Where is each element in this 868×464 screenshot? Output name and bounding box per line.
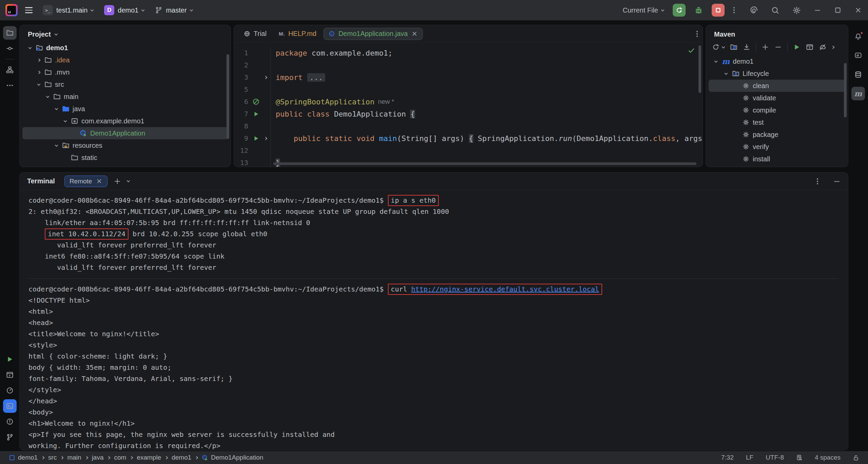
sidebar-item-terminal[interactable] [3, 399, 17, 413]
search-everywhere-icon[interactable] [771, 6, 780, 15]
project-tree-item[interactable]: demo1 [22, 42, 228, 54]
sidebar-item-problems[interactable] [3, 415, 17, 428]
chevron-right-icon[interactable] [37, 70, 40, 74]
main-menu-icon[interactable] [25, 7, 33, 13]
run-config-selector[interactable]: D demo1 [104, 5, 144, 15]
sidebar-item-more[interactable] [3, 79, 17, 92]
status-widget[interactable]: 7:32 [721, 454, 734, 461]
lock-open-status-widget[interactable] [853, 455, 859, 461]
rerun-button[interactable] [673, 4, 686, 17]
breadcrumb-item[interactable]: src [48, 454, 57, 461]
reload-projects-icon[interactable] [730, 43, 737, 51]
maven-tree-item[interactable]: validate [709, 92, 845, 104]
breadcrumb-item[interactable]: com [114, 454, 126, 461]
window-maximize-icon[interactable] [834, 6, 842, 14]
chevron-down-icon[interactable] [55, 107, 58, 110]
project-tree-item[interactable]: .idea [22, 54, 228, 66]
chevron-right-icon[interactable] [831, 45, 835, 49]
maven-tree-item[interactable]: compile [709, 104, 845, 116]
terminal-tab-remote[interactable]: Remote [64, 176, 108, 187]
terminal-hide-icon[interactable] [833, 178, 841, 185]
editor-hscrollbar[interactable] [273, 162, 696, 165]
inspections-status-widget[interactable] [796, 455, 803, 461]
sidebar-item-git[interactable] [3, 430, 17, 444]
run-goal-icon[interactable] [793, 43, 801, 51]
terminal-options-kebab-icon[interactable] [817, 181, 818, 182]
maven-tree-item[interactable]: mdemo1 [709, 55, 845, 67]
status-widget[interactable]: LF [746, 454, 753, 461]
project-tree-item[interactable]: .mvn [22, 66, 228, 78]
status-widget[interactable]: UTF-8 [766, 454, 784, 461]
editor-vscrollbar[interactable] [698, 45, 701, 93]
sidebar-item-run[interactable] [3, 352, 17, 366]
download-sources-icon[interactable] [743, 43, 750, 51]
chevron-right-icon[interactable] [37, 58, 40, 62]
terminal-output[interactable]: coder@coder-008b6cac-8949-46ff-84a4-a2bf… [20, 190, 848, 450]
fold-chevron-icon[interactable] [264, 137, 267, 140]
chevron-down-icon[interactable] [28, 46, 32, 49]
project-selector[interactable]: >_ test1.main [43, 5, 93, 15]
fold-chevron-icon[interactable] [264, 76, 267, 79]
maven-tree-item[interactable]: install [709, 153, 845, 165]
maven-tree-item[interactable]: package [709, 128, 845, 141]
breadcrumb-item[interactable]: demo1 [172, 454, 191, 461]
toggle-offline-icon[interactable] [819, 43, 826, 51]
breadcrumb-item[interactable]: demo1 [9, 454, 38, 461]
sidebar-item-database[interactable] [851, 68, 865, 81]
run-icon[interactable] [253, 135, 259, 142]
settings-gear-icon[interactable] [792, 6, 801, 15]
vcs-branch-selector[interactable]: master [155, 6, 192, 14]
project-tree-item[interactable]: CDemo1Application [22, 127, 228, 139]
run-icon[interactable] [253, 111, 259, 117]
chevron-down-icon[interactable] [37, 82, 40, 86]
spring-icon[interactable] [252, 98, 260, 105]
breadcrumb-item[interactable]: CDemo1Application [202, 454, 263, 461]
breadcrumb-item[interactable]: main [67, 454, 81, 461]
add-icon[interactable] [762, 43, 769, 51]
terminal-tab-dropdown-icon[interactable] [127, 179, 130, 182]
maven-scrollbar[interactable] [844, 63, 847, 117]
window-close-icon[interactable] [854, 6, 862, 14]
sidebar-item-structure[interactable] [3, 63, 17, 77]
code-area[interactable]: 1package com.example.demo1;23import ...5… [234, 43, 703, 167]
maven-tree-item[interactable]: test [709, 116, 845, 128]
chevron-down-icon[interactable] [46, 95, 49, 98]
ai-assistant-titlebar-icon[interactable] [750, 6, 758, 15]
sidebar-item-maven[interactable]: m [851, 87, 865, 100]
terminal-link[interactable]: http://nginx-service.default.svc.cluster… [411, 285, 599, 293]
sidebar-item-notifications[interactable] [851, 30, 865, 43]
project-tree-item[interactable]: com.example.demo1 [22, 115, 228, 127]
breadcrumb-item[interactable]: java [92, 454, 104, 461]
maven-tree-item[interactable]: clean [709, 80, 845, 92]
debug-button[interactable] [694, 6, 703, 15]
tab-options-kebab-icon[interactable] [696, 33, 698, 35]
more-actions-kebab-icon[interactable] [733, 9, 735, 11]
stop-button[interactable] [712, 4, 725, 17]
project-tree-item[interactable]: resources [22, 139, 228, 152]
close-icon[interactable] [411, 31, 418, 37]
breadcrumb-item[interactable]: example [137, 454, 161, 461]
project-tree-item[interactable]: java [22, 103, 228, 115]
sidebar-item-ai-assistant[interactable] [851, 49, 865, 62]
sidebar-item-services[interactable] [3, 368, 17, 382]
chevron-down-icon[interactable] [54, 32, 58, 36]
remove-icon[interactable] [774, 43, 782, 51]
run-widget-selector[interactable]: Current File [623, 6, 664, 14]
editor-tab-trial[interactable]: Trial [239, 28, 272, 40]
chevron-down-icon[interactable] [724, 72, 728, 75]
close-icon[interactable] [96, 178, 102, 184]
project-tree-item[interactable]: main [22, 90, 228, 103]
project-tree-item[interactable]: src [22, 78, 228, 90]
sidebar-item-project[interactable] [3, 26, 17, 40]
editor-tab-help-md[interactable]: M↓HELP.md [274, 28, 321, 40]
status-widget[interactable]: 4 spaces [815, 454, 841, 461]
execute-goal-icon[interactable] [806, 43, 813, 51]
new-terminal-tab-icon[interactable] [114, 178, 121, 185]
chevron-down-icon[interactable] [55, 143, 58, 147]
maven-tree-item[interactable]: verify [709, 141, 845, 153]
chevron-down-icon[interactable] [714, 59, 717, 63]
sync-icon[interactable] [712, 43, 719, 51]
chevron-down-icon[interactable] [63, 119, 67, 122]
maven-tree-item[interactable]: Lifecycle [709, 67, 845, 80]
editor-tab-demo1application-java[interactable]: CDemo1Application.java [323, 28, 423, 40]
